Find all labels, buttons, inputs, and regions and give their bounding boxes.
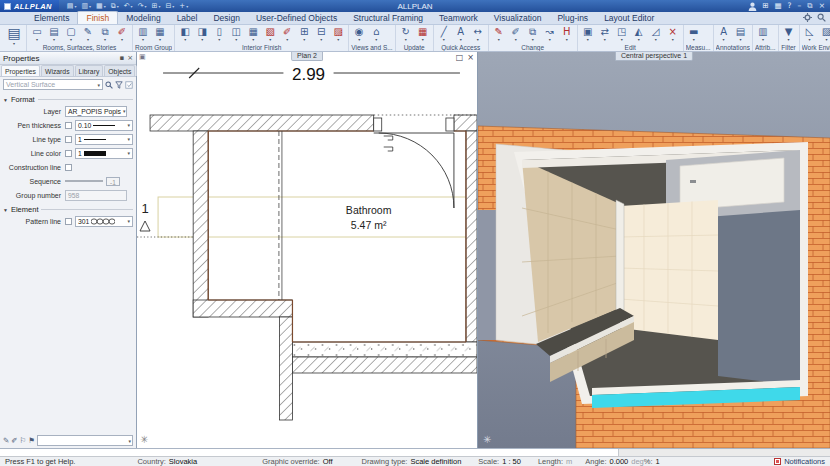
delete-icon[interactable]: × ▾ (665, 26, 681, 44)
rotate-element-icon[interactable]: ◳ ▾ (614, 26, 630, 44)
search-icon[interactable] (817, 13, 826, 22)
tab-teamwork[interactable]: Teamwork (431, 12, 486, 24)
views-icon[interactable]: ◉ ▾ (351, 26, 367, 44)
floor-surface-icon[interactable]: ◨ ▾ (194, 26, 210, 44)
annotation-icon[interactable]: ▤ ▾ (733, 26, 749, 44)
layout-views-icon[interactable]: ⊞ (759, 1, 771, 11)
hatch-finish-icon[interactable]: ✐ ▾ (279, 26, 295, 44)
mirror-element-icon[interactable]: ◭ ▾ (631, 26, 647, 44)
transfer-properties-icon[interactable]: ✐ (11, 436, 17, 445)
resize-element-icon[interactable]: ◿ ▾ (648, 26, 664, 44)
load-favorite-icon[interactable]: ⚐ (20, 436, 27, 445)
ptab-objects[interactable]: Objects (104, 65, 135, 76)
tab-label[interactable]: Label (169, 12, 206, 24)
zoom-to-element-icon[interactable] (105, 81, 113, 89)
pin-palette-icon[interactable]: ▪ (119, 54, 124, 62)
label-text-icon[interactable]: A ▾ (716, 26, 732, 44)
property-checkbox[interactable] (65, 122, 72, 129)
tab-finish[interactable]: Finish (77, 11, 118, 24)
property-checkbox[interactable] (65, 136, 72, 143)
update-model-icon[interactable]: ▦ ▾ (415, 26, 431, 44)
measure-icon[interactable]: ▬ ▾ (686, 26, 702, 44)
tab-visualization[interactable]: Visualization (486, 12, 550, 24)
status-drawing-type[interactable]: Drawing type: Scale definition (362, 457, 465, 466)
status-angle[interactable]: Angle: 0.000 deg (585, 457, 644, 466)
perspective-viewport-tab[interactable]: Central perspective 1 (615, 52, 693, 61)
section-header[interactable]: ▼ Format (3, 95, 133, 104)
room-icon[interactable]: ▭ ▾ (29, 26, 45, 44)
status-length[interactable]: Length: m (538, 457, 575, 466)
property-dropdown[interactable]: 0.10 ▾ (75, 120, 133, 131)
surface-grid-icon[interactable]: ▦ ▾ (245, 26, 261, 44)
opening-finish-icon[interactable]: ⊟ ▾ (313, 26, 329, 44)
plane-icon[interactable]: ◺ ▾ (802, 26, 818, 44)
close-palette-icon[interactable]: × (127, 54, 133, 62)
tab-elements[interactable]: Elements (26, 12, 77, 24)
help-icon[interactable]: ? (785, 1, 795, 11)
copy-convert-icon[interactable]: ⧉ ▾ (525, 26, 541, 44)
edit-finish-icon[interactable]: ▧ ▾ (262, 26, 278, 44)
filter-step-icon[interactable] (115, 81, 123, 89)
qa-paste-icon[interactable]: ⊟ (163, 2, 176, 10)
ptab-properties[interactable]: Properties (1, 65, 40, 76)
qa-copy-icon[interactable]: ⊞ (150, 2, 163, 10)
settings-gear-icon[interactable] (803, 13, 812, 22)
property-text-field[interactable]: 958 (65, 190, 127, 201)
ptab-wizards[interactable]: Wizards (41, 65, 74, 76)
user-account-icon[interactable] (748, 2, 757, 11)
tab-structural-framing[interactable]: Structural Framing (345, 12, 431, 24)
tab-user-defined-objects[interactable]: User-Defined Objects (248, 12, 345, 24)
edit-elements-icon[interactable]: ✎ ▾ (491, 26, 507, 44)
move-element-icon[interactable]: ⇄ ▾ (597, 26, 613, 44)
storey-icon[interactable]: ▤ ▾ (46, 26, 62, 44)
property-dropdown[interactable]: 1 ▾ (75, 148, 133, 159)
property-checkbox[interactable] (65, 150, 72, 157)
match-properties-icon[interactable]: ✎ (3, 436, 9, 445)
element-type-selector[interactable]: Vertical Surface ▾ (3, 79, 103, 90)
qa-redo-icon[interactable]: ↷ (136, 2, 149, 10)
property-dropdown[interactable]: 1 ▾ (75, 134, 133, 145)
update-3d-icon[interactable]: ↻ ▾ (398, 26, 414, 44)
property-dropdown[interactable]: AR_POPIS Popis ▾ (65, 106, 127, 117)
status-percent[interactable]: %: 1 (644, 457, 663, 466)
viewport-close-icon[interactable]: × (467, 53, 474, 62)
dialog-input[interactable] (0, 449, 618, 456)
match-height-icon[interactable]: H ▾ (559, 26, 575, 44)
favorite-combo[interactable]: ▾ (37, 435, 133, 446)
status-graphic-override[interactable]: Graphic override: Off (262, 457, 335, 466)
modify-offset-icon[interactable]: ↝ ▾ (542, 26, 558, 44)
tab-modeling[interactable]: Modeling (118, 12, 169, 24)
wall-surface-icon[interactable]: ◧ ▾ (177, 26, 193, 44)
modify-finish-icon[interactable]: ▨ ▾ (330, 26, 346, 44)
section-header[interactable]: ▼ Element (3, 205, 133, 214)
property-checkbox[interactable] (65, 164, 72, 171)
property-slider[interactable]: -1 (65, 177, 120, 186)
apply-checkbox-icon[interactable] (125, 81, 133, 89)
minimize-button[interactable]: – (795, 1, 805, 11)
status-country[interactable]: Country: Slovakia (137, 457, 200, 466)
qa-new-file-icon[interactable]: ▤ (65, 2, 79, 10)
window-finish-icon[interactable]: ⊞ ▾ (296, 26, 312, 44)
sections-icon[interactable]: ⌂ ▾ (368, 26, 384, 44)
restore-button[interactable]: ⧉ (804, 1, 815, 11)
qa-undo-icon[interactable]: ↶ (122, 2, 135, 10)
plan-drawing-canvas[interactable]: 2.99 1 Bathroom 5.47 m² ✳ (137, 52, 477, 448)
allplan-logo[interactable]: ALLPLAN (0, 0, 59, 12)
text-icon[interactable]: A ▾ (453, 26, 469, 44)
column-surface-icon[interactable]: ▯ ▾ (211, 26, 227, 44)
line-icon[interactable]: ╱ ▾ (436, 26, 452, 44)
viewport-menu-icon[interactable]: ▣ (139, 53, 146, 61)
status-scale[interactable]: Scale: 1 : 50 (478, 457, 524, 466)
tab-plug-ins[interactable]: Plug-ins (549, 12, 596, 24)
stretch-entities-icon[interactable]: ✐ ▾ (508, 26, 524, 44)
room-surface-icon[interactable]: ▢ ▾ (63, 26, 79, 44)
close-button[interactable]: × (816, 1, 828, 11)
room-group-modify-icon[interactable]: ▦ ▾ (152, 26, 168, 44)
qa-new-window-icon[interactable]: ⧉ (109, 2, 121, 10)
task-board-icon[interactable]: ▤ ▾ (4, 26, 24, 51)
property-checkbox[interactable] (65, 218, 72, 225)
qa-open-file-icon[interactable]: ▥ (79, 2, 93, 10)
perspective-3d-canvas[interactable]: ✳ (478, 52, 830, 448)
viewport-restore-icon[interactable]: □ (456, 53, 464, 62)
dimension-line-icon[interactable]: ↔ ▾ (470, 26, 486, 44)
